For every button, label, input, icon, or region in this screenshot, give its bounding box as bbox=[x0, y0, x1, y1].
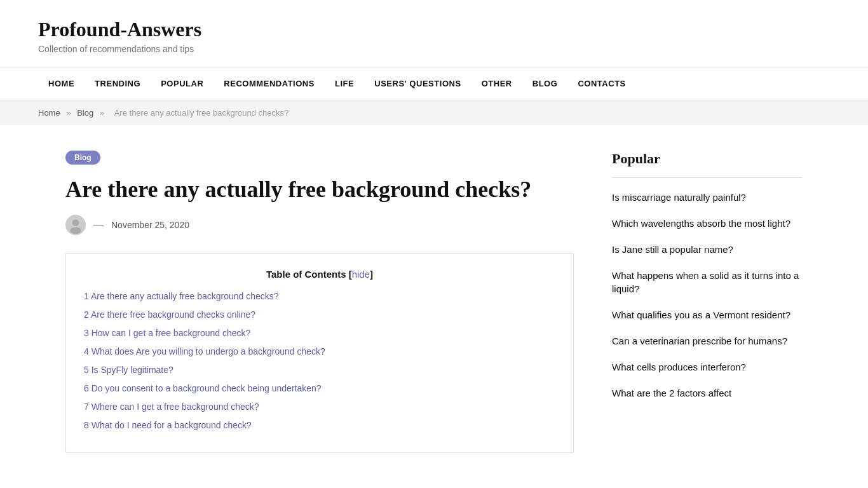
nav-item: CONTACTS bbox=[567, 67, 635, 100]
toc-item: 1 Are there any actually free background… bbox=[84, 290, 555, 303]
nav-link[interactable]: CONTACTS bbox=[567, 67, 635, 100]
sidebar-popular-link[interactable]: Is miscarriage naturally painful? bbox=[612, 191, 803, 204]
toc-link[interactable]: 1 Are there any actually free background… bbox=[84, 291, 279, 301]
toc-link[interactable]: 2 Are there free background checks onlin… bbox=[84, 309, 255, 320]
toc-link[interactable]: 4 What does Are you willing to undergo a… bbox=[84, 346, 325, 356]
nav-item: RECOMMENDATIONS bbox=[214, 67, 325, 100]
sidebar-popular-link[interactable]: Is Jane still a popular name? bbox=[612, 243, 803, 256]
article-date: November 25, 2020 bbox=[111, 220, 189, 230]
breadcrumb: Home » Blog » Are there any actually fre… bbox=[0, 100, 868, 125]
site-header: Profound-Answers Collection of recommend… bbox=[0, 0, 868, 67]
sidebar-popular-link[interactable]: What cells produces interferon? bbox=[612, 360, 803, 374]
sidebar-popular-link[interactable]: Which wavelengths absorb the most light? bbox=[612, 217, 803, 230]
breadcrumb-sep2: » bbox=[100, 108, 104, 118]
nav-item: TRENDING bbox=[85, 67, 151, 100]
toc-list: 1 Are there any actually free background… bbox=[84, 290, 555, 432]
toc-link[interactable]: 6 Do you consent to a background check b… bbox=[84, 383, 322, 393]
toc-box: Table of Contents [hide] 1 Are there any… bbox=[65, 253, 574, 453]
toc-item: 7 Where can I get a free background chec… bbox=[84, 400, 555, 414]
author-avatar bbox=[65, 215, 86, 235]
toc-link[interactable]: 8 What do I need for a background check? bbox=[84, 420, 252, 430]
svg-point-1 bbox=[70, 227, 81, 234]
nav-link[interactable]: BLOG bbox=[522, 67, 568, 100]
breadcrumb-sep1: » bbox=[66, 108, 71, 118]
nav-link[interactable]: TRENDING bbox=[85, 67, 151, 100]
svg-point-0 bbox=[72, 219, 79, 226]
nav-link[interactable]: OTHER bbox=[471, 67, 522, 100]
breadcrumb-current: Are there any actually free background c… bbox=[114, 108, 289, 118]
toc-item: 3 How can I get a free background check? bbox=[84, 327, 555, 340]
nav-item: HOME bbox=[38, 67, 85, 100]
nav-link[interactable]: USERS' QUESTIONS bbox=[364, 67, 471, 100]
nav-list: HOMETRENDINGPOPULARRECOMMENDATIONSLIFEUS… bbox=[38, 67, 636, 100]
main-nav: HOMETRENDINGPOPULARRECOMMENDATIONSLIFEUS… bbox=[0, 67, 868, 100]
toc-bracket-close: ] bbox=[370, 269, 373, 280]
nav-link[interactable]: RECOMMENDATIONS bbox=[214, 67, 325, 100]
toc-title: Table of Contents [hide] bbox=[84, 269, 555, 280]
toc-item: 4 What does Are you willing to undergo a… bbox=[84, 345, 555, 358]
toc-link[interactable]: 5 Is SpyFly legitimate? bbox=[84, 365, 173, 375]
toc-link[interactable]: 3 How can I get a free background check? bbox=[84, 328, 250, 338]
sidebar-popular-title: Popular bbox=[612, 151, 803, 167]
toc-item: 2 Are there free background checks onlin… bbox=[84, 308, 555, 322]
nav-item: OTHER bbox=[471, 67, 522, 100]
article-meta: — November 25, 2020 bbox=[65, 215, 574, 235]
article-title: Are there any actually free background c… bbox=[65, 176, 574, 203]
breadcrumb-home[interactable]: Home bbox=[38, 108, 60, 118]
nav-item: POPULAR bbox=[151, 67, 214, 100]
nav-item: LIFE bbox=[325, 67, 364, 100]
page-content: Blog Are there any actually free backgro… bbox=[27, 125, 841, 478]
sidebar-popular-link[interactable]: What are the 2 factors affect bbox=[612, 386, 803, 400]
nav-item: USERS' QUESTIONS bbox=[364, 67, 471, 100]
toc-item: 5 Is SpyFly legitimate? bbox=[84, 363, 555, 377]
toc-item: 6 Do you consent to a background check b… bbox=[84, 382, 555, 395]
sidebar-popular-link[interactable]: What qualifies you as a Vermont resident… bbox=[612, 308, 803, 322]
nav-item: BLOG bbox=[522, 67, 568, 100]
blog-badge: Blog bbox=[65, 151, 100, 165]
nav-link[interactable]: LIFE bbox=[325, 67, 364, 100]
toc-title-text: Table of Contents bbox=[266, 269, 346, 280]
sidebar: Popular Is miscarriage naturally painful… bbox=[612, 151, 803, 453]
toc-hide-link[interactable]: hide bbox=[352, 269, 370, 280]
site-tagline: Collection of recommendations and tips bbox=[38, 44, 830, 54]
sidebar-divider bbox=[612, 177, 803, 178]
sidebar-popular-link[interactable]: Can a veterinarian prescribe for humans? bbox=[612, 334, 803, 348]
toc-link[interactable]: 7 Where can I get a free background chec… bbox=[84, 402, 259, 412]
meta-dash: — bbox=[93, 219, 104, 231]
sidebar-links: Is miscarriage naturally painful?Which w… bbox=[612, 191, 803, 400]
nav-link[interactable]: POPULAR bbox=[151, 67, 214, 100]
breadcrumb-blog[interactable]: Blog bbox=[77, 108, 93, 118]
main-article: Blog Are there any actually free backgro… bbox=[65, 151, 574, 453]
sidebar-popular-link[interactable]: What happens when a solid as it turns in… bbox=[612, 269, 803, 295]
site-title: Profound-Answers bbox=[38, 18, 830, 41]
toc-item: 8 What do I need for a background check? bbox=[84, 419, 555, 432]
nav-link[interactable]: HOME bbox=[38, 67, 85, 100]
